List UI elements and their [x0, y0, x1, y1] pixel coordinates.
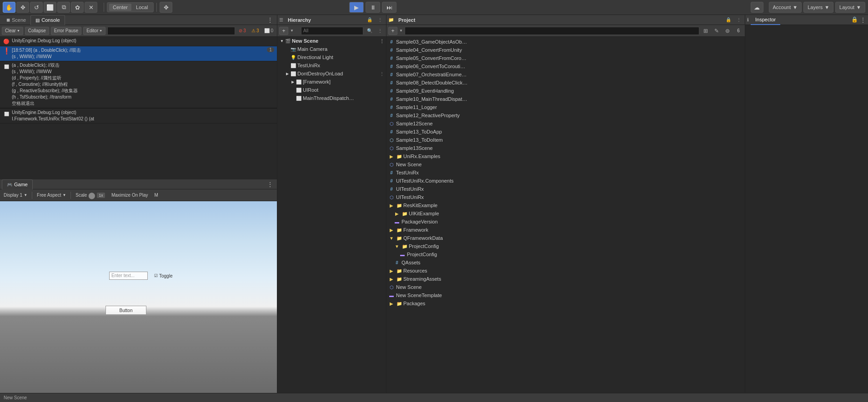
game-tabs-more[interactable]: ⋮: [265, 181, 275, 188]
game-ui-button[interactable]: Button: [105, 306, 146, 315]
clear-button[interactable]: Clear: [2, 27, 23, 35]
tree-item-testuniRx[interactable]: ⬜ TestUniRx: [277, 61, 386, 69]
transform-tool[interactable]: ✿: [71, 2, 84, 13]
proj-item-sample11[interactable]: # Sample11_Logger: [386, 103, 745, 111]
tree-item-maincamera[interactable]: 📷 Main Camera: [277, 45, 386, 53]
proj-item-packages[interactable]: ▶ 📁 Packages: [386, 299, 745, 308]
console-log-item-2[interactable]: ⬜ UnityEngine.Debug:Log (object) I.Frame…: [0, 109, 277, 124]
tab-game[interactable]: 🎮 Game: [2, 179, 33, 189]
console-tabs-more[interactable]: ⋮: [265, 16, 275, 24]
proj-item-sample09[interactable]: # Sample09_EventHandling: [386, 87, 745, 95]
hier-more-btn[interactable]: ⋮: [376, 28, 384, 33]
scale-tool[interactable]: ⬜: [44, 2, 56, 13]
center-btn[interactable]: Center: [109, 4, 131, 11]
rect-tool[interactable]: ⧉: [57, 2, 70, 13]
hand-tool[interactable]: ✋: [3, 2, 15, 13]
proj-item-uikitex[interactable]: ▶ 📁 UIKitExample: [386, 209, 745, 218]
proj-icon-2[interactable]: ✎: [712, 27, 721, 35]
dontdestroy-more[interactable]: ⋮: [380, 71, 384, 76]
console-search-input[interactable]: [107, 27, 235, 35]
proj-item-framework-folder[interactable]: ▶ 📁 Framework: [386, 226, 745, 234]
project-search-input[interactable]: [405, 27, 699, 35]
account-dropdown[interactable]: Account ▼: [769, 2, 802, 13]
tree-item-framework[interactable]: ▶ ⬜ [Framework]: [277, 78, 386, 86]
cloud-button[interactable]: ☁: [751, 2, 763, 13]
tree-item-mainthreaddispatch[interactable]: ⬜ MainThreadDispatch…: [277, 94, 386, 102]
proj-item-projectconfig-so[interactable]: ▬ ProjectConfig: [386, 250, 745, 258]
play-button[interactable]: ▶: [349, 2, 364, 13]
proj-item-qframeworkdata[interactable]: ▼ 📁 QFrameworkData: [386, 234, 745, 242]
proj-icon-1[interactable]: ⊞: [701, 27, 710, 35]
editor-button[interactable]: Editor: [83, 27, 105, 35]
layout-dropdown[interactable]: Layout ▼: [835, 2, 865, 13]
proj-item-unirxex[interactable]: ▶ 📁 UniRx.Examples: [386, 152, 745, 160]
hier-search-icon[interactable]: 🔍: [365, 28, 374, 33]
proj-item-uitestuniRx-script[interactable]: # UITestUniRx: [386, 185, 745, 193]
scale-slider-icon[interactable]: ⬤: [88, 192, 95, 199]
console-item-selected[interactable]: ❗ [18:57:08] (a , DoubleClick); //双击 (s …: [0, 46, 277, 61]
tree-item-uiroot[interactable]: ⬜ UIRoot: [277, 86, 386, 94]
proj-item-projectconfig-folder[interactable]: ▼ 📁 ProjectConfig: [386, 242, 745, 250]
pause-button[interactable]: ⏸: [366, 2, 380, 13]
console-log-item[interactable]: ⬜ (a , DoubleClick); //双击 (s , WWW); //W…: [0, 61, 277, 108]
proj-item-sample13scene[interactable]: ⬡ Sample13Scene: [386, 144, 745, 152]
maximize-btn[interactable]: Maximize On Play: [110, 192, 150, 199]
proj-item-sample13todo[interactable]: # Sample13_ToDoApp: [386, 128, 745, 136]
tree-item-dirlight[interactable]: 💡 Directional Light: [277, 53, 386, 61]
proj-item-sample06[interactable]: # Sample06_ConvertToCorouti…: [386, 62, 745, 70]
proj-item-reskitex[interactable]: ▶ 📁 ResKitExample: [386, 201, 745, 209]
inspector-lock-icon[interactable]: 🔒: [851, 16, 858, 24]
proj-item-sample13todoitem[interactable]: ⬡ Sample13_ToDoItem: [386, 136, 745, 144]
layers-dropdown[interactable]: Layers ▼: [803, 2, 833, 13]
hierarchy-search-input[interactable]: [301, 27, 363, 35]
proj-item-newscene1[interactable]: ⬡ New Scene: [386, 160, 745, 169]
hierarchy-lock-btn[interactable]: 🔒: [365, 17, 374, 22]
step-button[interactable]: ⏭: [382, 2, 396, 13]
project-more-btn[interactable]: ⋮: [735, 17, 743, 22]
proj-item-newscenetemplate[interactable]: ▬ New SceneTemplate: [386, 291, 745, 299]
scene-more-btn[interactable]: ⋮: [380, 39, 384, 44]
display-selector[interactable]: Display 1 ▼: [2, 192, 29, 199]
tab-inspector[interactable]: Inspector: [751, 15, 780, 25]
proj-icon-3[interactable]: ⊚: [723, 27, 732, 35]
proj-item-sample05[interactable]: # Sample05_ConvertFromCoro…: [386, 54, 745, 62]
project-add-btn[interactable]: +: [388, 27, 397, 35]
proj-item-streamingassets[interactable]: ▶ 📁 StreamingAssets: [386, 275, 745, 283]
custom-tool[interactable]: ✕: [85, 2, 97, 13]
proj-item-sample07[interactable]: # Sample07_OrchestratiEnume…: [386, 70, 745, 79]
aspect-selector[interactable]: Free Aspect ▼: [35, 192, 68, 199]
project-lock-btn[interactable]: 🔒: [724, 17, 733, 22]
proj-add-arrow[interactable]: ▼: [399, 29, 403, 33]
proj-item-uitestuniRx-scene[interactable]: ⬡ UITestUniRx: [386, 193, 745, 201]
tab-console[interactable]: ▤ Console: [30, 15, 65, 25]
console-item[interactable]: 🔴 UnityEngine.Debug:Log (object): [0, 37, 277, 46]
hierarchy-more-btn[interactable]: ⋮: [376, 17, 384, 22]
rotate-tool[interactable]: ↺: [30, 2, 43, 13]
game-ui-toggle[interactable]: ☑ Toggle: [152, 272, 182, 280]
proj-item-sample04[interactable]: # Sample04_ConvertFromUnity: [386, 46, 745, 54]
proj-item-uitestuniRxComp[interactable]: # UITestUniRx.Components: [386, 177, 745, 185]
move-tool[interactable]: ✥: [16, 2, 29, 13]
mute-btn[interactable]: M: [152, 192, 160, 199]
game-ui-input[interactable]: Enter text...: [109, 272, 148, 280]
hier-add-arrow[interactable]: ▼: [290, 29, 294, 33]
proj-item-packageversion[interactable]: ▬ PackageVersion: [386, 218, 745, 226]
collapse-button[interactable]: Collapse: [25, 27, 49, 35]
proj-item-sample10[interactable]: # Sample10_MainThreadDispat…: [386, 95, 745, 103]
proj-item-qassets[interactable]: # QAssets: [386, 258, 745, 267]
tree-item-dontdestroy[interactable]: ▶ ⬜ DontDestroyOnLoad ⋮: [277, 69, 386, 78]
error-pause-button[interactable]: Error Pause: [51, 27, 81, 35]
proj-item-resources[interactable]: ▶ 📁 Resources: [386, 267, 745, 275]
proj-icon-4[interactable]: 6: [734, 27, 743, 35]
proj-item-sample12reac[interactable]: # Sample12_ReactiveProperty: [386, 111, 745, 119]
tree-item-newscene[interactable]: ▼ 🎬 New Scene ⋮: [277, 37, 386, 45]
inspector-more-icon[interactable]: ⋮: [860, 16, 866, 24]
hierarchy-add-btn[interactable]: +: [279, 27, 288, 35]
tab-scene[interactable]: ◼ Scene: [2, 15, 30, 25]
custom-tool-2[interactable]: ✥: [160, 2, 172, 13]
proj-item-newscene2[interactable]: ⬡ New Scene: [386, 283, 745, 291]
local-btn[interactable]: Local: [132, 4, 151, 11]
proj-item-testuniRx-proj[interactable]: # TestUniRx: [386, 169, 745, 177]
proj-item-sample03[interactable]: # Sample03_GameObjectAsOb…: [386, 38, 745, 46]
proj-item-sample08[interactable]: # Sample08_DetectDoubleClick…: [386, 79, 745, 87]
